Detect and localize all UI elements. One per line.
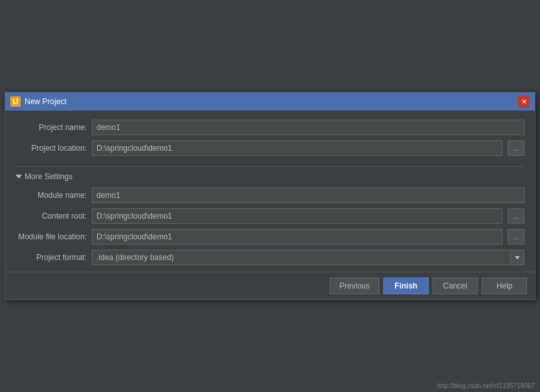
- project-name-label: Project name:: [16, 123, 87, 132]
- project-location-label: Project location:: [16, 144, 87, 153]
- module-file-location-input[interactable]: [92, 229, 502, 245]
- project-location-input[interactable]: [92, 140, 502, 156]
- content-root-label: Content root:: [16, 212, 87, 221]
- content-root-input[interactable]: [92, 208, 502, 224]
- content-root-browse-button[interactable]: ...: [508, 208, 524, 224]
- project-location-browse-button[interactable]: ...: [508, 140, 524, 156]
- project-name-row: Project name:: [16, 120, 524, 135]
- project-format-label: Project format:: [16, 253, 87, 262]
- watermark: http://blog.csdn.net/xf1195718067: [437, 382, 535, 389]
- title-bar-left: IJ New Project: [10, 96, 67, 107]
- cancel-button[interactable]: Cancel: [433, 278, 478, 294]
- content-root-row: Content root: ...: [16, 208, 524, 224]
- project-format-select[interactable]: .idea (directory based) Eclipse (.classp…: [92, 250, 524, 265]
- dialog-body: Project name: Project location: ... More…: [5, 111, 535, 272]
- module-name-input[interactable]: [92, 188, 524, 203]
- project-location-row: Project location: ...: [16, 140, 524, 156]
- dialog-footer: Previous Finish Cancel Help: [5, 272, 535, 299]
- module-file-location-browse-button[interactable]: ...: [508, 229, 524, 245]
- more-settings-label: More Settings: [25, 172, 73, 181]
- expand-triangle-icon: [16, 175, 22, 179]
- help-button[interactable]: Help: [482, 278, 527, 294]
- dialog-title: New Project: [25, 97, 67, 106]
- project-name-input[interactable]: [92, 120, 524, 135]
- project-format-row: Project format: .idea (directory based) …: [16, 250, 524, 265]
- module-name-row: Module name:: [16, 188, 524, 203]
- project-format-select-wrapper: .idea (directory based) Eclipse (.classp…: [92, 250, 524, 265]
- module-file-location-row: Module file location: ...: [16, 229, 524, 245]
- more-settings-toggle[interactable]: More Settings: [16, 172, 524, 181]
- previous-button[interactable]: Previous: [330, 278, 379, 294]
- title-bar: IJ New Project ✕: [5, 93, 535, 111]
- close-button[interactable]: ✕: [518, 96, 530, 107]
- module-file-location-label: Module file location:: [16, 232, 87, 241]
- module-name-label: Module name:: [16, 191, 87, 200]
- more-settings-section: More Settings Module name: Content root:…: [16, 166, 524, 265]
- finish-button[interactable]: Finish: [383, 278, 429, 294]
- app-icon: IJ: [10, 96, 21, 107]
- new-project-dialog: IJ New Project ✕ Project name: Project l…: [5, 92, 535, 300]
